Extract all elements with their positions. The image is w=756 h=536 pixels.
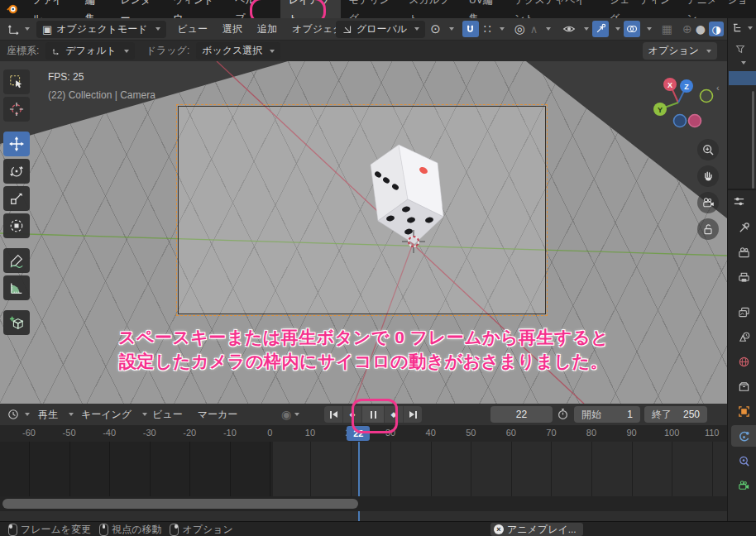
cancel-icon[interactable]: × [494, 524, 504, 534]
tool-transform[interactable] [3, 213, 30, 238]
proportional-falloff-icon[interactable]: ∧ [530, 23, 538, 36]
tool-rotate[interactable] [3, 159, 30, 184]
frame-gridline [109, 442, 110, 496]
transform-orientation-selector[interactable]: グローバル [336, 21, 425, 38]
editor-type-3dview-icon[interactable] [5, 21, 22, 37]
coord-system-selector[interactable]: デフォルト [45, 42, 134, 60]
timeline-scrollbar-thumb[interactable] [2, 499, 358, 509]
editor-type-timeline-icon[interactable] [5, 406, 22, 423]
menu-timeline-view[interactable]: ビュー [152, 408, 183, 422]
orientation-icon [342, 24, 352, 35]
camera-view-icon[interactable] [697, 192, 719, 213]
frame-gridline [351, 442, 352, 496]
outliner-selected-row[interactable] [729, 71, 756, 85]
shading-wireframe-icon[interactable]: ⊕ [682, 22, 692, 36]
show-gizmo-icon[interactable] [592, 21, 609, 37]
tool-measure[interactable] [3, 275, 30, 300]
ruler-tick: 40 [426, 428, 436, 438]
frame-end-field[interactable]: 終了250 [644, 406, 707, 423]
frame-gridline [69, 442, 70, 496]
outliner-filter-icon[interactable] [734, 43, 746, 55]
menu-add[interactable]: 追加 [257, 22, 277, 36]
frame-gridline [431, 442, 432, 496]
tool-settings-bar: 座標系: デフォルト ドラッグ: ボックス選択 オプション [0, 41, 727, 62]
show-overlays-icon[interactable] [624, 21, 640, 37]
viewport-3d[interactable]: FPS: 25 (22) Collection | Camera スペースキーま… [0, 61, 727, 404]
properties-tab-physics[interactable] [731, 425, 756, 447]
frame-gridline [270, 442, 270, 496]
tool-tweak-select[interactable] [3, 69, 30, 94]
proportional-edit-icon[interactable]: ◎ [514, 22, 525, 36]
jump-to-start-button[interactable] [324, 406, 343, 423]
mode-selector[interactable]: ▣ オブジェクトモード [36, 21, 166, 38]
properties-tab-collection[interactable] [731, 376, 756, 397]
navigation-gizmo[interactable]: X Z Y [652, 78, 718, 131]
current-frame-tab[interactable]: 22 [347, 426, 370, 441]
frame-gridline [551, 442, 552, 496]
tool-cursor[interactable] [3, 97, 30, 122]
mouse-right-icon [170, 524, 179, 536]
cursor-3d [402, 230, 425, 253]
outliner-scrollbar[interactable] [752, 91, 754, 189]
sidebar-collapse-arrow[interactable]: ‹ [716, 83, 720, 93]
gizmo-neg-axis-pink[interactable] [689, 115, 701, 127]
xray-toggle-icon[interactable]: ▦ [662, 22, 672, 36]
auto-keyframe-icon[interactable]: ◉ [281, 408, 291, 421]
gizmo-neg-axis-blue[interactable] [674, 115, 687, 127]
menu-view[interactable]: ビュー [178, 22, 208, 36]
pivot-point-icon[interactable]: ⊙ [430, 22, 441, 36]
zoom-icon[interactable] [697, 139, 719, 160]
shading-solid-icon[interactable]: ● [696, 22, 706, 36]
properties-tab-scene[interactable] [731, 326, 756, 347]
properties-editor-icon[interactable] [733, 195, 745, 208]
timeline-body[interactable] [0, 442, 727, 496]
ruler-tick: -40 [103, 428, 116, 438]
timeline-editor: 再生 キーイング ビュー マーカー ◉ ◆ ◆ 22 開始1 [0, 404, 727, 521]
frame-gridline [150, 442, 151, 496]
lock-icon[interactable] [697, 218, 719, 240]
drag-mode-selector[interactable]: ボックス選択 [196, 42, 280, 60]
menu-select[interactable]: 選択 [222, 22, 242, 36]
stopwatch-icon[interactable] [557, 408, 569, 420]
tool-annotate[interactable] [3, 248, 30, 273]
timeline-scrollbar[interactable] [0, 496, 727, 511]
object-mode-icon: ▣ [42, 23, 52, 36]
properties-tab-object[interactable] [731, 400, 756, 422]
jump-to-end-button[interactable] [404, 406, 422, 423]
tool-add-cube[interactable] [3, 310, 30, 335]
properties-tab-tool[interactable] [731, 217, 756, 238]
snap-target-icon[interactable]: ∷ [484, 22, 491, 36]
panel-divider [728, 189, 756, 190]
shading-rendered-icon[interactable]: ◑ [709, 22, 724, 36]
menu-marker[interactable]: マーカー [198, 408, 238, 422]
animation-playing-status[interactable]: × アニメプレイ... [490, 523, 583, 536]
menu-playback[interactable]: 再生 [38, 408, 58, 422]
active-collection-label: (22) Collection | Camera [48, 89, 156, 101]
pan-hand-icon[interactable] [697, 165, 719, 187]
tool-move[interactable] [3, 132, 30, 156]
frame-gridline [672, 442, 672, 496]
pause-button[interactable] [362, 406, 385, 423]
options-dropdown[interactable]: オプション [643, 42, 717, 60]
gizmo-neg-axis-green[interactable] [701, 90, 713, 103]
visibility-eye-icon[interactable] [561, 21, 577, 37]
properties-tab-constraints[interactable] [731, 450, 756, 471]
current-frame-field[interactable]: 22 [490, 406, 553, 423]
properties-tab-view-layer[interactable] [731, 301, 756, 323]
prev-keyframe-button[interactable]: ◆ [343, 406, 362, 423]
properties-tab-render[interactable] [731, 242, 756, 263]
outliner-editor-icon[interactable] [732, 22, 753, 34]
next-keyframe-button[interactable]: ◆ [385, 406, 404, 423]
status-bar: フレームを変更 視点の移動 オプション × アニメプレイ... [0, 521, 756, 536]
ruler-tick: -10 [223, 428, 237, 438]
blender-window: ファイル 編集 レンダー ウィンドウ ヘルプ レイアウト モデリング スカルプト… [0, 0, 756, 536]
ruler-tick: 10 [305, 428, 315, 438]
properties-tab-object-data[interactable] [731, 475, 756, 496]
frame-start-field[interactable]: 開始1 [574, 406, 640, 423]
properties-tab-world[interactable] [731, 351, 756, 372]
menu-keying[interactable]: キーイング [81, 408, 132, 422]
tool-scale[interactable] [3, 186, 30, 211]
status-hint-right-mouse: オプション [170, 523, 232, 536]
properties-tab-output[interactable] [731, 266, 756, 288]
snap-magnet-icon[interactable] [462, 21, 479, 37]
